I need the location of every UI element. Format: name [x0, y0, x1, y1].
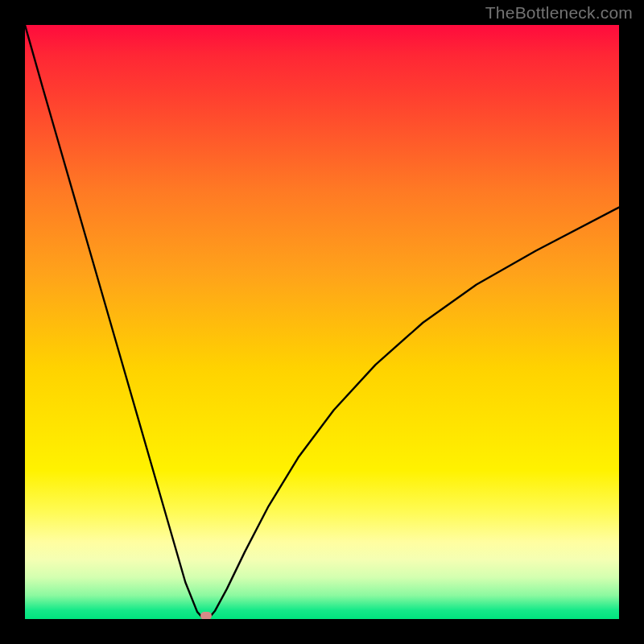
watermark-text: TheBottleneck.com: [485, 3, 633, 23]
plot-area: [25, 25, 619, 619]
optimum-marker-icon: [200, 612, 212, 619]
bottleneck-curve: [25, 25, 619, 619]
curve-svg: [25, 25, 619, 619]
chart-frame: TheBottleneck.com: [0, 0, 644, 644]
